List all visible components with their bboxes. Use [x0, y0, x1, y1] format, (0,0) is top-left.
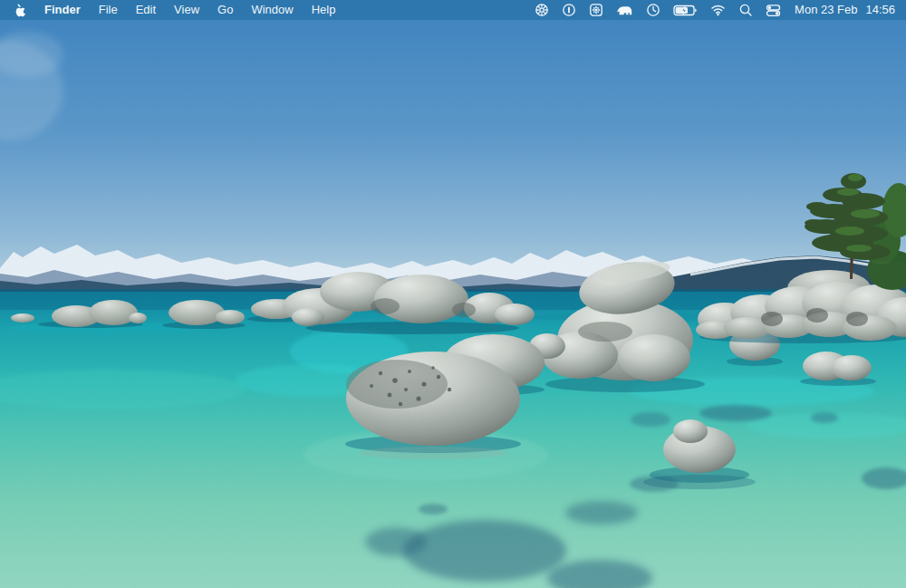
menubar-clock[interactable]: Mon 23 Feb 14:56	[795, 0, 895, 20]
aperture-square-icon[interactable]	[583, 0, 610, 20]
desktop[interactable]: Finder File Edit View Go Window Help	[0, 0, 906, 588]
menubar-menus: Finder File Edit View Go Window Help	[0, 0, 344, 20]
control-center-icon[interactable]	[759, 0, 787, 20]
menubar-date: Mon 23 Feb	[795, 0, 857, 20]
control-center-glyph	[766, 4, 781, 17]
pause-circle-icon[interactable]	[555, 0, 583, 20]
menubar: Finder File Edit View Go Window Help	[0, 0, 906, 20]
pause-circle-glyph	[562, 3, 576, 17]
menu-help[interactable]: Help	[303, 0, 345, 20]
elephant-icon[interactable]	[610, 0, 640, 20]
circular-knob-icon[interactable]	[528, 0, 555, 20]
menu-view[interactable]: View	[165, 0, 208, 20]
time-machine-clock-icon[interactable]	[640, 0, 667, 20]
wifi-glyph	[710, 4, 726, 16]
menubar-time: 14:56	[865, 0, 895, 20]
wifi-icon[interactable]	[704, 0, 732, 20]
menubar-status-area: Mon 23 Feb 14:56	[528, 0, 906, 20]
circular-knob-glyph	[535, 3, 549, 17]
apple-menu[interactable]	[0, 0, 35, 20]
menu-window[interactable]: Window	[242, 0, 302, 20]
magnifier-glyph	[738, 3, 753, 17]
aperture-square-glyph	[589, 3, 603, 17]
menu-edit[interactable]: Edit	[127, 0, 165, 20]
menu-finder[interactable]: Finder	[35, 0, 90, 20]
apple-logo-icon	[13, 3, 26, 18]
battery-glyph	[673, 5, 698, 16]
elephant-glyph	[616, 3, 633, 17]
menu-file[interactable]: File	[90, 0, 127, 20]
battery-charging-icon[interactable]	[667, 0, 704, 20]
spotlight-search-icon[interactable]	[732, 0, 759, 20]
desktop-wallpaper	[0, 0, 906, 588]
wallpaper-art	[0, 0, 906, 588]
menu-go[interactable]: Go	[208, 0, 242, 20]
clock-glyph	[646, 3, 660, 17]
